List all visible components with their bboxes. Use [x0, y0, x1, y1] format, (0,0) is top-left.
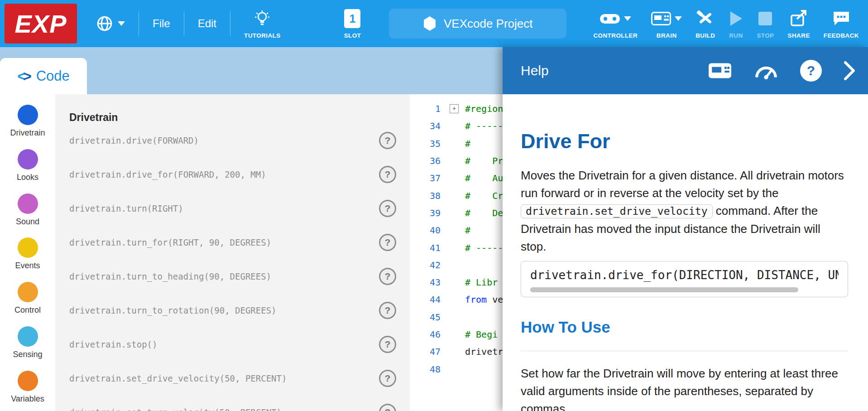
category-variables-icon — [18, 371, 38, 391]
command-row: drivetrain.turn(RIGHT)? — [55, 191, 410, 225]
command-text[interactable]: drivetrain.set_drive_velocity(50, PERCEN… — [69, 373, 287, 383]
command-row: drivetrain.drive_for(FORWARD, 200, MM)? — [55, 157, 410, 191]
line-number: 36 — [410, 155, 445, 166]
command-text[interactable]: drivetrain.turn_to_heading(90, DEGREES) — [69, 271, 271, 281]
category-label: Control — [0, 305, 55, 315]
command-row: drivetrain.set_turn_velocity(50, PERCENT… — [55, 395, 410, 411]
category-drivetrain[interactable]: Drivetrain — [0, 105, 55, 138]
toolbar-divider — [230, 11, 230, 36]
horizontal-scrollbar-thumb[interactable] — [530, 287, 798, 292]
category-events[interactable]: Events — [0, 237, 55, 271]
brain-button[interactable]: BRAIN — [651, 8, 682, 39]
brain-device-icon[interactable] — [708, 61, 732, 80]
language-selector[interactable] — [96, 15, 125, 32]
toolbar-divider — [184, 11, 184, 36]
top-toolbar: EXP File Edit TUTORIALS 1 SLOT VEXcode P… — [0, 0, 868, 47]
command-help-button[interactable]: ? — [379, 132, 396, 149]
command-row: drivetrain.set_drive_velocity(50, PERCEN… — [55, 361, 410, 395]
fold-expand-icon[interactable]: + — [450, 104, 459, 113]
run-button[interactable]: RUN — [729, 8, 743, 39]
command-help-button[interactable]: ? — [379, 268, 396, 285]
help-icon[interactable]: ? — [800, 60, 822, 82]
slot-icon: 1 — [344, 9, 360, 28]
logo-text: EXP — [14, 9, 67, 39]
file-menu[interactable]: File — [153, 17, 170, 30]
chevron-down-icon — [675, 16, 682, 21]
share-icon — [790, 10, 808, 27]
category-label: Variables — [0, 394, 55, 404]
line-number: 35 — [410, 138, 445, 149]
category-label: Looks — [0, 173, 55, 182]
category-events-icon — [18, 237, 38, 258]
help-panel-header: Help ? — [503, 47, 868, 94]
command-help-button[interactable]: ? — [379, 200, 396, 217]
command-help-button[interactable]: ? — [379, 336, 396, 353]
line-number: 47 — [410, 346, 445, 357]
category-sensing[interactable]: Sensing — [0, 326, 55, 359]
command-palette: Drivetrain drivetrain.drive(FORWARD)? dr… — [55, 94, 410, 411]
command-text[interactable]: drivetrain.turn_to_rotation(90, DEGREES) — [69, 305, 277, 315]
brain-label: BRAIN — [657, 32, 677, 39]
controller-button[interactable]: CONTROLLER — [593, 8, 638, 39]
help-content: Drive For Moves the Drivetrain for a giv… — [503, 94, 868, 411]
slot-number: 1 — [349, 12, 355, 25]
command-text[interactable]: drivetrain.drive_for(FORWARD, 200, MM) — [69, 169, 266, 179]
line-number: 45 — [410, 312, 445, 323]
command-row: drivetrain.drive(FORWARD)? — [55, 123, 410, 157]
close-panel-chevron-icon[interactable] — [844, 61, 855, 81]
code-brackets-icon: <> — [17, 68, 31, 85]
toolbar-divider — [139, 11, 139, 36]
run-label: RUN — [729, 32, 743, 39]
project-name-button[interactable]: VEXcode Project — [389, 9, 566, 39]
share-label: SHARE — [788, 32, 810, 39]
command-text[interactable]: drivetrain.turn_for(RIGHT, 90, DEGREES) — [69, 237, 271, 247]
tab-code[interactable]: <> Code — [0, 58, 87, 94]
share-button[interactable]: SHARE — [788, 8, 810, 39]
build-tools-icon — [696, 10, 715, 27]
command-text[interactable]: drivetrain.drive(FORWARD) — [69, 135, 199, 145]
stop-label: STOP — [757, 32, 774, 39]
line-number: 43 — [410, 277, 445, 288]
vexcode-app: EXP File Edit TUTORIALS 1 SLOT VEXcode P… — [0, 0, 868, 411]
command-help-button[interactable]: ? — [379, 302, 396, 319]
tutorials-button[interactable]: TUTORIALS — [244, 8, 281, 39]
vex-exp-logo: EXP — [5, 4, 77, 44]
command-text[interactable]: drivetrain.set_turn_velocity(50, PERCENT… — [69, 407, 282, 411]
command-row: drivetrain.stop()? — [55, 327, 410, 361]
inline-code-chip: drivetrain.set_drive_velocity — [521, 204, 713, 218]
help-panel: Help ? Drive For Moves the Drivetrain fo… — [503, 47, 868, 411]
category-looks[interactable]: Looks — [0, 149, 55, 182]
category-drivetrain-icon — [18, 105, 38, 125]
category-variables[interactable]: Variables — [0, 371, 55, 404]
toolbar-actions: CONTROLLER BRAIN BUILD RUN — [593, 8, 859, 39]
command-help-button[interactable]: ? — [379, 404, 396, 411]
lightbulb-icon — [254, 10, 270, 27]
line-number: 39 — [410, 208, 445, 218]
globe-icon — [96, 15, 113, 32]
build-button[interactable]: BUILD — [695, 8, 715, 39]
command-help-button[interactable]: ? — [379, 234, 396, 251]
line-number: 46 — [410, 329, 445, 340]
category-control-icon — [18, 282, 38, 302]
chevron-down-icon — [624, 16, 631, 21]
line-number: 1 — [410, 103, 445, 114]
category-control[interactable]: Control — [0, 282, 55, 315]
category-sensing-icon — [18, 326, 38, 347]
edit-menu[interactable]: Edit — [198, 17, 216, 30]
code-sample-box: drivetrain.drive_for(DIRECTION, DISTANCE… — [521, 261, 848, 297]
command-text[interactable]: drivetrain.stop() — [69, 339, 157, 349]
category-sound[interactable]: Sound — [0, 193, 55, 227]
brain-icon — [651, 12, 671, 25]
section-divider — [521, 351, 848, 351]
line-number: 41 — [410, 242, 445, 253]
command-text[interactable]: drivetrain.turn(RIGHT) — [69, 203, 183, 213]
slot-button[interactable]: 1 SLOT — [344, 8, 361, 39]
command-help-button[interactable]: ? — [379, 370, 396, 387]
command-help-button[interactable]: ? — [379, 166, 396, 183]
slot-label: SLOT — [344, 32, 361, 39]
chevron-down-icon — [118, 21, 125, 26]
feedback-button[interactable]: FEEDBACK — [824, 8, 859, 39]
stop-button[interactable]: STOP — [757, 8, 774, 39]
gauge-icon[interactable] — [754, 61, 778, 80]
help-description: Moves the Drivetrain for a given distanc… — [521, 167, 848, 256]
